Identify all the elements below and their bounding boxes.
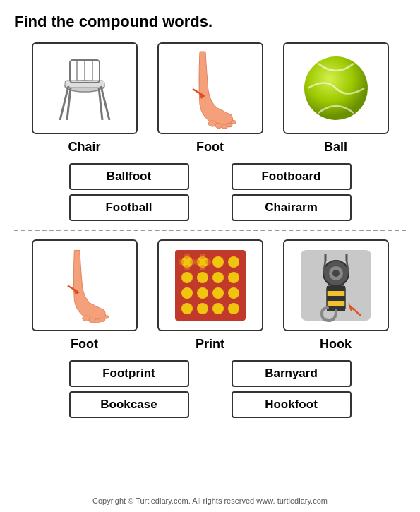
option-bookcase[interactable]: Bookcase	[69, 391, 189, 418]
section-divider	[14, 230, 406, 231]
svg-point-22	[104, 316, 109, 319]
options-row-2-1: Footprint Barnyard	[14, 360, 406, 387]
foot-icon	[179, 48, 242, 129]
foot2-icon	[54, 246, 114, 324]
chair-label: Chair	[68, 140, 100, 155]
svg-point-32	[197, 287, 208, 299]
option-football[interactable]: Football	[69, 194, 189, 221]
svg-point-34	[212, 256, 224, 268]
svg-point-46	[200, 254, 205, 259]
footer-text: Copyright © Turtlediary.com. All rights …	[14, 494, 406, 505]
svg-point-37	[212, 303, 224, 314]
foot2-label: Foot	[71, 337, 98, 352]
page-title: Find the compound words.	[14, 13, 406, 31]
foot1-label: Foot	[196, 140, 224, 155]
svg-point-33	[197, 303, 208, 314]
option-footprint[interactable]: Footprint	[69, 360, 189, 387]
svg-point-28	[181, 287, 193, 299]
svg-point-14	[231, 120, 236, 124]
option-barnyard[interactable]: Barnyard	[232, 360, 352, 387]
svg-point-43	[184, 265, 190, 270]
print-icon	[172, 246, 249, 324]
image-box-ball	[283, 42, 389, 134]
section-1: Chair	[14, 42, 406, 221]
image-box-hook	[283, 239, 389, 331]
svg-point-38	[228, 256, 239, 268]
svg-point-49	[205, 259, 211, 265]
option-ballfoot[interactable]: Ballfoot	[69, 163, 189, 190]
option-chairarm[interactable]: Chairarm	[232, 194, 352, 221]
svg-point-36	[212, 287, 224, 299]
image-item-hook: Hook	[280, 239, 392, 352]
options-rows-1: Ballfoot Footboard Football Chairarm	[14, 163, 406, 221]
hook-icon	[297, 246, 375, 324]
svg-point-47	[200, 265, 205, 270]
options-row-1-1: Ballfoot Footboard	[14, 163, 406, 190]
options-rows-2: Footprint Barnyard Bookcase Hookfoot	[14, 360, 406, 418]
svg-point-40	[228, 287, 239, 299]
image-item-foot1: Foot	[154, 42, 267, 155]
image-item-ball: Ball	[280, 42, 392, 155]
svg-point-39	[228, 272, 239, 283]
ball-label: Ball	[324, 140, 347, 155]
svg-point-53	[332, 270, 340, 277]
svg-point-35	[212, 272, 224, 283]
svg-rect-56	[327, 296, 345, 301]
hook-label: Hook	[320, 337, 352, 352]
image-box-foot1	[157, 42, 263, 134]
svg-point-48	[194, 259, 200, 265]
image-item-chair: Chair	[28, 42, 141, 155]
image-item-foot2: Foot	[28, 239, 141, 352]
svg-point-29	[181, 303, 193, 314]
page: Find the compound words.	[0, 0, 420, 512]
options-row-1-2: Football Chairarm	[14, 194, 406, 221]
svg-point-27	[181, 272, 193, 283]
svg-point-42	[184, 254, 190, 259]
print-label: Print	[196, 337, 224, 352]
option-hookfoot[interactable]: Hookfoot	[232, 391, 352, 418]
svg-point-41	[228, 303, 239, 314]
image-box-chair	[32, 42, 138, 134]
image-box-foot2	[32, 239, 138, 331]
images-row-2: Foot	[28, 239, 392, 352]
images-row-1: Chair	[28, 42, 392, 155]
option-footboard[interactable]: Footboard	[232, 163, 352, 190]
svg-rect-55	[327, 286, 345, 291]
image-box-print	[157, 239, 263, 331]
ball-icon	[297, 49, 375, 127]
svg-point-44	[179, 259, 184, 265]
section-2: Foot	[14, 239, 406, 418]
svg-point-31	[197, 272, 208, 283]
chair-icon	[46, 49, 124, 127]
image-item-print: Print	[154, 239, 267, 352]
options-row-2-2: Bookcase Hookfoot	[14, 391, 406, 418]
